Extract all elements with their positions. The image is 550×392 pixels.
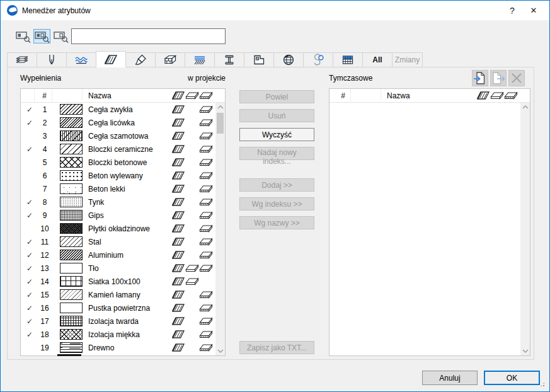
fill-row[interactable]: ✓ 11 Stal bbox=[21, 235, 225, 248]
resize-grip[interactable] bbox=[539, 381, 546, 388]
row-check: ✓ bbox=[25, 304, 35, 313]
filter-both-panels-toggle[interactable] bbox=[33, 29, 50, 43]
by-name-button[interactable]: Wg nazwy >> bbox=[239, 216, 314, 229]
find-both-icon bbox=[34, 30, 50, 43]
fill-row[interactable]: ✓ 13 Tło bbox=[21, 262, 225, 275]
ok-button[interactable]: OK bbox=[484, 371, 540, 385]
fill-row[interactable]: 19 Drewno bbox=[21, 341, 225, 354]
scrollbar-thumb[interactable] bbox=[217, 113, 224, 134]
fill-row[interactable]: 3 Cegła szamotowa bbox=[21, 129, 225, 142]
tab-building-materials[interactable] bbox=[155, 52, 185, 67]
scroll-down-icon[interactable] bbox=[215, 347, 225, 355]
row-icon-drafting bbox=[171, 290, 185, 299]
fill-row[interactable]: 7 Beton lekki bbox=[21, 182, 225, 195]
tab-profiles[interactable] bbox=[214, 52, 244, 67]
remove-temporary-button[interactable] bbox=[508, 70, 525, 86]
tab-all[interactable]: All bbox=[362, 52, 392, 67]
row-icon-drafting bbox=[171, 316, 185, 326]
fill-row[interactable]: 5 Bloczki betonowe bbox=[21, 156, 225, 169]
row-name: Gips bbox=[83, 211, 171, 220]
fill-row[interactable]: ✓ 1 Cegła zwykła bbox=[21, 103, 225, 116]
row-name: Pustka powietrzna bbox=[83, 304, 171, 313]
duplicate-button[interactable]: Powiel bbox=[239, 90, 314, 103]
temporary-fills-list: # Nazwa bbox=[329, 88, 530, 356]
row-index: 16 bbox=[37, 304, 52, 313]
fill-row[interactable]: ✓ 2 Cegła licówka bbox=[21, 116, 225, 129]
row-swatch bbox=[60, 236, 83, 247]
fill-row[interactable]: 6 Beton wylewany bbox=[21, 169, 225, 182]
fill-row[interactable]: ✓ 16 Pustka powietrzna bbox=[21, 301, 225, 314]
row-index: 7 bbox=[37, 185, 52, 193]
cover-fill-icon bbox=[490, 91, 504, 100]
row-swatch bbox=[60, 289, 83, 300]
project-fills-list: # Nazwa ✓ 1 Cegła zwykła ✓ 2 Cegła liców… bbox=[20, 88, 226, 356]
fill-row[interactable]: ✓ 15 Kamień łamany bbox=[21, 288, 225, 301]
row-icon-cut bbox=[199, 290, 213, 299]
row-name: Stal bbox=[83, 238, 171, 246]
delete-button[interactable]: Usuń bbox=[239, 109, 314, 122]
cover-fill-icon bbox=[185, 91, 199, 100]
temporary-list-scrollbar[interactable] bbox=[520, 103, 530, 355]
fill-row[interactable]: ✓ 14 Siatka 100x100 bbox=[21, 275, 225, 288]
row-icon-drafting bbox=[171, 277, 185, 286]
fill-row[interactable]: ✓ 17 Izolacja twarda bbox=[21, 314, 225, 328]
cut-fill-icon bbox=[199, 91, 213, 100]
row-check: ✓ bbox=[25, 317, 35, 326]
cancel-button[interactable]: Anuluj bbox=[422, 371, 478, 385]
fill-row[interactable]: ✓ 12 Aluminium bbox=[21, 248, 225, 262]
fills-panel: Wypełnienia w projekcie Tymczasowe # Naz… bbox=[7, 67, 534, 360]
reindex-button[interactable]: Nadaj nowy indeks... bbox=[239, 147, 314, 160]
row-icon-drafting bbox=[171, 105, 185, 114]
row-icon-cut bbox=[199, 158, 213, 167]
search-input[interactable] bbox=[71, 28, 226, 44]
project-list-scrollbar[interactable] bbox=[215, 103, 225, 355]
fill-row[interactable]: ✓ 18 Izolacja miękka bbox=[21, 328, 225, 341]
tab-surfaces[interactable] bbox=[125, 52, 156, 67]
close-button[interactable]: ✕ bbox=[523, 1, 544, 20]
tab-mep-systems[interactable] bbox=[303, 52, 333, 67]
tab-changes[interactable]: Zmiany bbox=[392, 52, 423, 67]
row-icon-cut bbox=[199, 330, 213, 339]
filter-left-panel-toggle[interactable] bbox=[14, 29, 32, 43]
row-icon-drafting bbox=[171, 224, 185, 233]
save-file-button[interactable] bbox=[490, 70, 507, 86]
fill-row[interactable]: ✓ 4 Bloczki ceramiczne bbox=[21, 142, 225, 156]
scroll-up-icon[interactable] bbox=[215, 103, 225, 112]
fill-row[interactable]: ✓ 8 Tynk bbox=[21, 195, 225, 209]
clear-button[interactable]: Wyczyść bbox=[239, 128, 314, 141]
open-file-button[interactable] bbox=[472, 70, 488, 86]
archicad-logo-icon bbox=[7, 5, 18, 16]
row-swatch bbox=[60, 316, 83, 326]
tab-fills[interactable] bbox=[96, 51, 126, 67]
tab-operation-profiles[interactable] bbox=[333, 52, 363, 67]
tab-pens[interactable] bbox=[37, 52, 67, 67]
tab-layers[interactable] bbox=[7, 52, 37, 67]
scroll-down-icon[interactable] bbox=[520, 347, 530, 355]
help-button[interactable]: ? bbox=[501, 1, 523, 20]
row-icon-drafting bbox=[171, 197, 185, 207]
row-name: Płytki okładzinowe bbox=[83, 224, 171, 233]
add-button[interactable]: Dodaj >> bbox=[239, 178, 314, 192]
fill-row[interactable]: 10 Płytki okładzinowe bbox=[21, 222, 225, 235]
left-panel-subtitle: w projekcie bbox=[159, 74, 226, 83]
row-check: ✓ bbox=[25, 145, 35, 154]
by-index-button[interactable]: Wg indeksu >> bbox=[239, 197, 314, 210]
right-panel-title: Tymczasowe bbox=[329, 74, 372, 83]
tab-zone-categories[interactable] bbox=[244, 52, 274, 67]
scroll-up-icon[interactable] bbox=[520, 103, 530, 112]
attribute-type-tabs: All Zmiany bbox=[7, 51, 423, 67]
tab-composites[interactable] bbox=[185, 52, 215, 67]
row-icon-cut bbox=[199, 224, 213, 233]
zone-icon bbox=[252, 54, 266, 66]
filter-right-panel-toggle[interactable] bbox=[52, 29, 69, 43]
tab-cities[interactable] bbox=[273, 52, 304, 67]
tab-line-types[interactable] bbox=[66, 52, 96, 67]
save-txt-button[interactable]: Zapisz jako TXT... bbox=[239, 341, 314, 354]
row-name: Bloczki ceramiczne bbox=[83, 145, 171, 154]
fill-row[interactable]: ✓ 9 Gips bbox=[21, 209, 225, 222]
brick-icon bbox=[163, 54, 177, 66]
column-index: # bbox=[336, 89, 351, 102]
row-name: Izolacja twarda bbox=[83, 317, 171, 326]
left-panel-title: Wypełnienia bbox=[20, 74, 61, 83]
row-icon-cut bbox=[199, 118, 213, 127]
